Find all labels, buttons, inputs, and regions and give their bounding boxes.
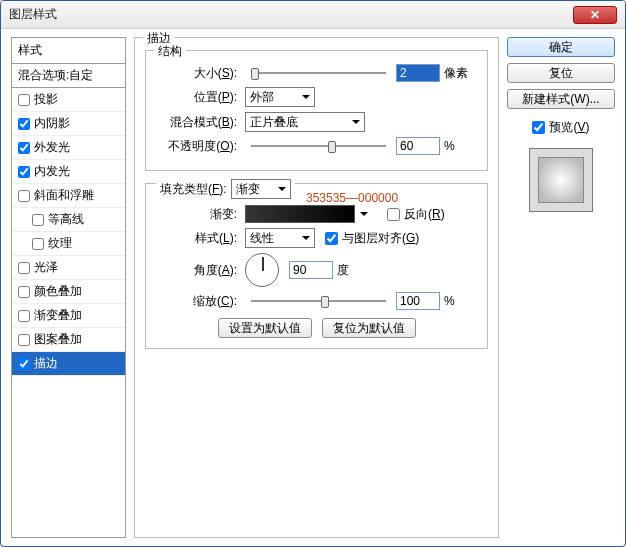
- preview-label: 预览(V): [549, 119, 589, 136]
- close-button[interactable]: ✕: [573, 6, 617, 24]
- grad-style-label: 样式(L):: [156, 230, 241, 247]
- style-item-color-overlay[interactable]: 颜色叠加: [12, 280, 125, 304]
- new-style-button[interactable]: 新建样式(W)...: [507, 89, 615, 109]
- size-slider[interactable]: [251, 65, 386, 81]
- align-checkbox[interactable]: [325, 232, 338, 245]
- gradient-annotation: 353535—000000: [306, 191, 398, 205]
- filltype-select[interactable]: 渐变: [231, 179, 291, 199]
- ok-button[interactable]: 确定: [507, 37, 615, 57]
- style-checkbox[interactable]: [18, 142, 30, 154]
- position-label: 位置(P):: [156, 89, 241, 106]
- style-checkbox[interactable]: [18, 286, 30, 298]
- preview-checkbox[interactable]: [532, 121, 545, 134]
- style-checkbox[interactable]: [18, 262, 30, 274]
- style-item-outer-glow[interactable]: 外发光: [12, 136, 125, 160]
- style-checkbox[interactable]: [18, 118, 30, 130]
- style-item-bevel[interactable]: 斜面和浮雕: [12, 184, 125, 208]
- size-input[interactable]: 2: [396, 64, 440, 82]
- reverse-label: 反向(R): [404, 206, 445, 223]
- style-item-texture[interactable]: 纹理: [12, 232, 125, 256]
- angle-dial[interactable]: [245, 253, 279, 287]
- opacity-input[interactable]: 60: [396, 137, 440, 155]
- angle-unit: 度: [337, 262, 349, 279]
- reset-default-button[interactable]: 复位为默认值: [322, 318, 416, 338]
- style-checkbox[interactable]: [18, 334, 30, 346]
- opacity-label: 不透明度(O):: [156, 138, 241, 155]
- opacity-unit: %: [444, 139, 455, 153]
- preview-swatch: [529, 148, 593, 212]
- style-checkbox[interactable]: [18, 358, 30, 370]
- style-checkbox[interactable]: [32, 238, 44, 250]
- close-icon: ✕: [590, 8, 600, 22]
- angle-input[interactable]: 90: [289, 261, 333, 279]
- scale-label: 缩放(C):: [156, 293, 241, 310]
- blendmode-select[interactable]: 正片叠底: [245, 112, 365, 132]
- window-title: 图层样式: [9, 6, 57, 23]
- styles-list: 样式 混合选项:自定 投影 内阴影 外发光 内发光 斜面和浮雕 等高线 纹理 光…: [11, 37, 126, 538]
- style-item-gradient-overlay[interactable]: 渐变叠加: [12, 304, 125, 328]
- filltype-label: 填充类型(F):: [160, 181, 227, 198]
- scale-input[interactable]: 100: [396, 292, 440, 310]
- size-unit: 像素: [444, 65, 468, 82]
- grad-style-select[interactable]: 线性: [245, 228, 315, 248]
- opacity-slider[interactable]: [251, 138, 386, 154]
- make-default-button[interactable]: 设置为默认值: [218, 318, 312, 338]
- style-item-inner-glow[interactable]: 内发光: [12, 160, 125, 184]
- action-column: 确定 复位 新建样式(W)... 预览(V): [507, 37, 615, 538]
- structure-title: 结构: [154, 43, 186, 60]
- reverse-checkbox[interactable]: [387, 208, 400, 221]
- style-checkbox[interactable]: [32, 214, 44, 226]
- size-label: 大小(S):: [156, 65, 241, 82]
- style-item-drop-shadow[interactable]: 投影: [12, 88, 125, 112]
- gradient-label: 渐变:: [156, 206, 241, 223]
- style-checkbox[interactable]: [18, 166, 30, 178]
- style-item-pattern-overlay[interactable]: 图案叠加: [12, 328, 125, 352]
- titlebar: 图层样式 ✕: [1, 1, 625, 29]
- angle-label: 角度(A):: [156, 262, 241, 279]
- position-select[interactable]: 外部: [245, 87, 315, 107]
- style-checkbox[interactable]: [18, 310, 30, 322]
- style-item-inner-shadow[interactable]: 内阴影: [12, 112, 125, 136]
- cancel-button[interactable]: 复位: [507, 63, 615, 83]
- scale-slider[interactable]: [251, 293, 386, 309]
- style-item-contour[interactable]: 等高线: [12, 208, 125, 232]
- gradient-picker[interactable]: [245, 205, 355, 223]
- style-item-satin[interactable]: 光泽: [12, 256, 125, 280]
- style-checkbox[interactable]: [18, 190, 30, 202]
- blendmode-label: 混合模式(B):: [156, 114, 241, 131]
- align-label: 与图层对齐(G): [342, 230, 419, 247]
- layer-style-dialog: 图层样式 ✕ 样式 混合选项:自定 投影 内阴影 外发光 内发光 斜面和浮雕 等…: [0, 0, 626, 547]
- blend-options-row[interactable]: 混合选项:自定: [12, 64, 125, 88]
- style-item-stroke[interactable]: 描边: [12, 352, 125, 376]
- style-checkbox[interactable]: [18, 94, 30, 106]
- styles-header[interactable]: 样式: [12, 38, 125, 64]
- settings-panel: 描边 结构 大小(S): 2 像素 位置(P): 外部 混合模式(B):: [134, 37, 499, 538]
- scale-unit: %: [444, 294, 455, 308]
